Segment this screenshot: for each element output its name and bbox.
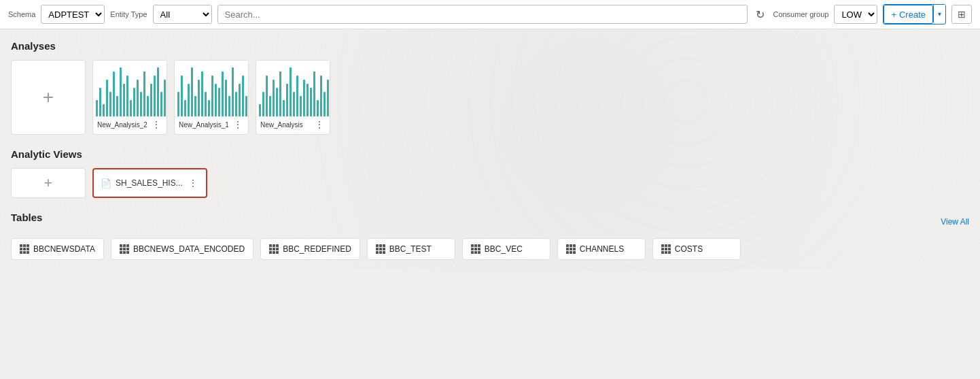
view-all-link[interactable]: View All: [941, 217, 969, 227]
analysis-card[interactable]: New_Analysis_2⋮: [92, 60, 167, 135]
chart-bar: [239, 84, 241, 116]
chart-bar: [245, 96, 247, 116]
chart-bar: [140, 92, 142, 116]
analytic-view-card-name: SH_SALES_HIS...: [116, 178, 183, 188]
analysis-card-name: New_Analysis_1: [179, 121, 229, 129]
table-card-name: BBCNEWS_DATA_ENCODED: [133, 244, 245, 254]
table-card-name: BBC_VEC: [485, 244, 523, 254]
schema-label: Schema: [8, 10, 35, 18]
chart-bar: [106, 80, 108, 116]
chart-bar: [290, 67, 292, 116]
toolbar: Schema ADPTEST Entity Type All Analyses …: [0, 0, 980, 29]
chart-bar: [184, 100, 186, 116]
table-card[interactable]: BBC_VEC: [462, 238, 550, 260]
table-card[interactable]: BBCNEWSDATA: [11, 238, 104, 260]
chart-bar: [293, 92, 295, 116]
table-grid-icon: [376, 244, 385, 254]
consumer-group-select[interactable]: LOW: [834, 5, 877, 24]
chart-bar: [208, 100, 210, 116]
chart-bar: [283, 100, 285, 116]
card-footer: New_Analysis⋮: [256, 116, 330, 132]
chart-bar: [194, 96, 196, 116]
table-grid-icon: [20, 244, 29, 254]
chart-bar: [96, 100, 98, 116]
create-dropdown-button[interactable]: ▾: [933, 5, 945, 22]
analyses-title: Analyses: [11, 40, 969, 52]
chart-bar: [177, 92, 179, 116]
analytic-view-card-menu-button[interactable]: ⋮: [187, 178, 199, 188]
chart-bar: [235, 92, 237, 116]
chart-bar: [103, 104, 105, 116]
chart-bar: [130, 100, 132, 116]
table-card-name: CHANNELS: [580, 244, 624, 254]
chart-bar: [211, 76, 213, 116]
add-analysis-icon: +: [43, 86, 54, 108]
entity-type-label: Entity Type: [110, 10, 147, 18]
refresh-button[interactable]: ↻: [753, 7, 767, 22]
chart-bar: [205, 92, 207, 116]
chart-bar: [225, 80, 227, 116]
analytic-view-doc-icon: 📄: [101, 178, 111, 188]
chart-bar: [266, 76, 268, 116]
create-button-wrapper: + Create ▾: [883, 4, 946, 24]
view-toggle-button[interactable]: ⊞: [951, 5, 972, 24]
analysis-card-menu-button[interactable]: ⋮: [313, 120, 326, 129]
analysis-card-menu-button[interactable]: ⋮: [150, 120, 162, 129]
tables-title: Tables: [11, 212, 42, 223]
chart-bar: [259, 104, 261, 116]
chart-bar: [273, 80, 275, 116]
analysis-card-menu-button[interactable]: ⋮: [232, 120, 244, 129]
tables-row: BBCNEWSDATABBCNEWS_DATA_ENCODEDBBC_REDEF…: [11, 238, 969, 260]
chart-bar: [147, 96, 149, 116]
table-card-name: BBC_TEST: [389, 244, 432, 254]
chart-bar: [303, 80, 305, 116]
chart-bar: [116, 96, 118, 116]
create-button[interactable]: + Create: [883, 5, 933, 24]
chart-bar: [150, 84, 152, 116]
table-grid-icon: [566, 244, 576, 254]
schema-select[interactable]: ADPTEST: [41, 5, 105, 24]
chart-bar: [327, 80, 329, 116]
chart-bar: [99, 88, 101, 116]
chart-bar: [242, 76, 244, 116]
consumer-group-label: Consumer group: [773, 10, 828, 18]
chart-bar: [307, 84, 309, 116]
chart-bar: [276, 88, 278, 116]
chart-bar: [164, 80, 166, 116]
chart-bar: [323, 92, 326, 116]
table-card[interactable]: COSTS: [652, 238, 741, 260]
chart-bar: [296, 76, 298, 116]
chart-bar: [232, 67, 234, 116]
chart-bar: [198, 80, 200, 116]
chart-bar: [154, 76, 156, 116]
analysis-card[interactable]: New_Analysis_1⋮: [174, 60, 249, 135]
table-card[interactable]: BBC_REDEFINED: [260, 238, 360, 260]
analyses-section: Analyses + New_Analysis_2⋮New_Analysis_1…: [11, 40, 969, 135]
analytic-view-card[interactable]: 📄SH_SALES_HIS...⋮: [92, 168, 207, 198]
table-card[interactable]: BBCNEWS_DATA_ENCODED: [111, 238, 253, 260]
create-plus-icon: +: [891, 10, 896, 20]
create-label: Create: [899, 10, 926, 20]
analyses-cards-row: + New_Analysis_2⋮New_Analysis_1⋮New_Anal…: [11, 60, 969, 135]
card-footer: New_Analysis_2⋮: [93, 116, 167, 132]
tables-header: Tables View All: [11, 212, 969, 231]
analytic-views-cards-row: + 📄SH_SALES_HIS...⋮: [11, 168, 969, 198]
chart-area: [175, 61, 248, 116]
entity-type-select[interactable]: All Analyses Tables Views: [153, 5, 212, 24]
table-card[interactable]: BBC_TEST: [367, 238, 455, 260]
chart-bar: [113, 71, 115, 116]
table-card[interactable]: CHANNELS: [557, 238, 646, 260]
chart-bar: [188, 84, 190, 116]
table-grid-icon: [471, 244, 480, 254]
add-analytic-view-card[interactable]: +: [11, 168, 86, 198]
chart-area: [256, 61, 330, 116]
analytic-views-section: Analytic Views + 📄SH_SALES_HIS...⋮: [11, 148, 969, 198]
table-grid-icon: [269, 244, 279, 254]
search-input[interactable]: [217, 5, 748, 24]
chart-bar: [126, 76, 128, 116]
chart-bar: [313, 71, 315, 116]
chart-bar: [181, 76, 183, 116]
table-grid-icon: [120, 244, 129, 254]
analysis-card[interactable]: New_Analysis⋮: [256, 60, 330, 135]
add-analysis-card[interactable]: +: [11, 60, 86, 135]
